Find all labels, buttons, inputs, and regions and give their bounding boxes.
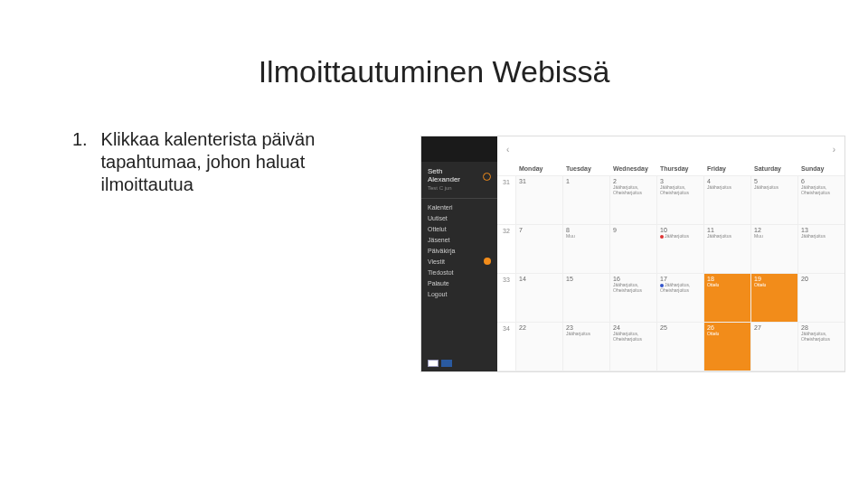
nav-jasenet[interactable]: Jäsenet bbox=[428, 237, 491, 243]
user-last-name: Alexander bbox=[428, 175, 491, 183]
calendar-cell[interactable]: 23Jääharjoitus bbox=[562, 323, 609, 371]
day-number: 16 bbox=[613, 276, 654, 282]
day-number: 12 bbox=[754, 227, 795, 233]
day-number: 15 bbox=[566, 276, 607, 282]
calendar-cell[interactable]: 8Muu bbox=[562, 225, 609, 273]
event-label: Jääharjoitus, Oheisharjoitus bbox=[801, 332, 842, 342]
calendar-header-row: Monday Tuesday Wednesday Thursday Friday… bbox=[497, 162, 844, 176]
calendar-cell[interactable]: 2Jääharjoitus, Oheisharjoitus bbox=[609, 176, 656, 224]
calendar-toolbar: ‹ › bbox=[497, 136, 844, 162]
user-first-name: Seth bbox=[428, 167, 491, 175]
day-number: 20 bbox=[801, 276, 842, 282]
calendar-cell[interactable]: 6Jääharjoitus, Oheisharjoitus bbox=[797, 176, 844, 224]
event-label: Ottelu bbox=[754, 283, 795, 288]
calendar-cell[interactable]: 10Jääharjoitus bbox=[656, 225, 703, 273]
day-header: Monday bbox=[515, 162, 562, 175]
calendar-cell[interactable]: 16Jääharjoitus, Oheisharjoitus bbox=[609, 274, 656, 322]
calendar-cell[interactable]: 24Jääharjoitus, Oheisharjoitus bbox=[609, 323, 656, 371]
event-dot-icon bbox=[660, 284, 664, 287]
nav-viestit[interactable]: Viestit bbox=[428, 258, 491, 265]
calendar-cell[interactable]: 4Jääharjoitus bbox=[703, 176, 750, 224]
calendar-row: 342223Jääharjoitus24Jääharjoitus, Oheish… bbox=[497, 323, 844, 371]
sidebar-nav: Kalenteri Uutiset Ottelut Jäsenet Päiväk… bbox=[421, 199, 497, 303]
day-header: Tuesday bbox=[562, 162, 609, 175]
calendar-cell[interactable]: 14 bbox=[515, 274, 562, 322]
day-number: 25 bbox=[660, 324, 701, 331]
next-icon[interactable]: › bbox=[833, 145, 835, 155]
nav-tiedostot[interactable]: Tiedostot bbox=[428, 269, 491, 276]
day-number: 2 bbox=[613, 178, 654, 184]
calendar-cell[interactable]: 19Ottelu bbox=[750, 274, 797, 322]
day-number: 4 bbox=[707, 178, 748, 184]
day-number: 22 bbox=[519, 324, 560, 331]
calendar-cell[interactable]: 13Jääharjoitus bbox=[797, 225, 844, 273]
event-label: Ottelu bbox=[707, 332, 748, 337]
calendar-cell[interactable]: 7 bbox=[515, 225, 562, 273]
calendar: ‹ › Monday Tuesday Wednesday Thursday Fr… bbox=[497, 136, 844, 371]
sidebar-user[interactable]: Seth Alexander Test C jun bbox=[421, 162, 497, 199]
event-label: Jääharjoitus, Oheisharjoitus bbox=[660, 185, 701, 195]
calendar-cell[interactable]: 27 bbox=[750, 323, 797, 371]
badge-icon bbox=[484, 258, 491, 265]
day-header: Saturday bbox=[750, 162, 797, 175]
event-label: Jääharjoitus, Oheisharjoitus bbox=[660, 283, 701, 293]
nav-paivakirja[interactable]: Päiväkirja bbox=[428, 248, 491, 254]
calendar-cell[interactable]: 17Jääharjoitus, Oheisharjoitus bbox=[656, 274, 703, 322]
week-number: 34 bbox=[497, 323, 515, 371]
calendar-cell[interactable]: 3Jääharjoitus, Oheisharjoitus bbox=[656, 176, 703, 224]
week-number: 33 bbox=[497, 274, 515, 322]
calendar-cell[interactable]: 20 bbox=[797, 274, 844, 322]
event-label: Jääharjoitus bbox=[801, 234, 842, 239]
nav-viestit-label: Viestit bbox=[428, 258, 445, 265]
calendar-cell[interactable]: 11Jääharjoitus bbox=[703, 225, 750, 273]
app-screenshot: Seth Alexander Test C jun Kalenteri Uuti… bbox=[420, 136, 845, 372]
calendar-cell[interactable]: 12Muu bbox=[750, 225, 797, 273]
flag-fi-icon[interactable] bbox=[428, 360, 439, 367]
nav-logout[interactable]: Logout bbox=[428, 291, 491, 297]
event-label: Jääharjoitus, Oheisharjoitus bbox=[801, 185, 842, 195]
calendar-cell[interactable]: 5Jääharjoitus bbox=[750, 176, 797, 224]
calendar-cell[interactable]: 1 bbox=[562, 176, 609, 224]
nav-ottelut[interactable]: Ottelut bbox=[428, 226, 491, 232]
week-col-header bbox=[497, 162, 515, 175]
calendar-cell[interactable]: 9 bbox=[609, 225, 656, 273]
calendar-cell[interactable]: 28Jääharjoitus, Oheisharjoitus bbox=[797, 323, 844, 371]
event-label: Jääharjoitus, Oheisharjoitus bbox=[613, 332, 654, 342]
week-number: 32 bbox=[497, 225, 515, 273]
day-header: Friday bbox=[703, 162, 750, 175]
calendar-cell[interactable]: 26Ottelu bbox=[703, 323, 750, 371]
language-flags bbox=[421, 355, 497, 371]
user-team: Test C jun bbox=[428, 185, 491, 191]
nav-palaute[interactable]: Palaute bbox=[428, 280, 491, 286]
status-ring-icon bbox=[483, 173, 491, 181]
step-number: 1. bbox=[72, 128, 96, 151]
calendar-cell[interactable]: 15 bbox=[562, 274, 609, 322]
calendar-cell[interactable]: 22 bbox=[515, 323, 562, 371]
calendar-cell[interactable]: 18Ottelu bbox=[703, 274, 750, 322]
calendar-cell[interactable]: 25 bbox=[656, 323, 703, 371]
day-header: Sunday bbox=[797, 162, 844, 175]
day-number: 28 bbox=[801, 324, 842, 331]
day-number: 27 bbox=[754, 324, 795, 331]
day-header: Wednesday bbox=[609, 162, 656, 175]
day-number: 26 bbox=[707, 324, 748, 331]
step-text: Klikkaa kalenterista päivän tapahtumaa, … bbox=[101, 128, 363, 196]
prev-icon[interactable]: ‹ bbox=[506, 145, 509, 155]
day-number: 10 bbox=[660, 227, 701, 233]
day-number: 1 bbox=[566, 178, 607, 184]
day-number: 23 bbox=[566, 324, 607, 331]
flag-sv-icon[interactable] bbox=[441, 360, 452, 367]
nav-uutiset[interactable]: Uutiset bbox=[428, 215, 491, 221]
day-number: 3 bbox=[660, 178, 701, 184]
day-number: 8 bbox=[566, 227, 607, 233]
event-label: Jääharjoitus, Oheisharjoitus bbox=[613, 185, 654, 195]
day-number: 17 bbox=[660, 276, 701, 282]
nav-kalenteri[interactable]: Kalenteri bbox=[428, 204, 491, 211]
event-dot-icon bbox=[660, 235, 664, 239]
week-number: 31 bbox=[497, 176, 515, 224]
day-number: 19 bbox=[754, 276, 795, 282]
day-number: 7 bbox=[519, 227, 560, 233]
event-label: Muu bbox=[754, 234, 795, 239]
calendar-cell[interactable]: 31 bbox=[515, 176, 562, 224]
day-number: 6 bbox=[801, 178, 842, 184]
